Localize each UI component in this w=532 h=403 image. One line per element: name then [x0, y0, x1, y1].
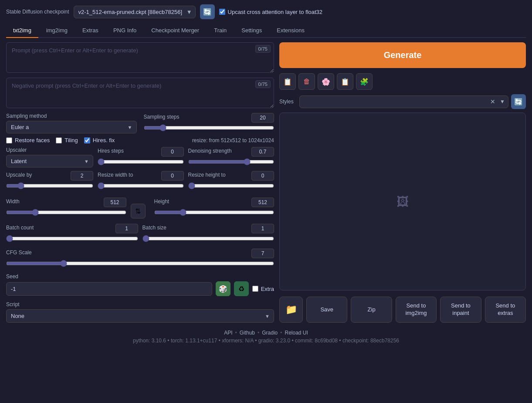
- batch-size-input[interactable]: [251, 224, 274, 233]
- sampling-method-label: Sampling method: [6, 113, 137, 119]
- seed-input[interactable]: [6, 282, 212, 296]
- seed-recycle-button[interactable]: ♻: [234, 281, 249, 296]
- resize-height-slider[interactable]: [188, 182, 274, 189]
- positive-prompt-wrapper: 0/75: [6, 42, 274, 74]
- hires-steps-slider[interactable]: [98, 158, 184, 165]
- paste-icon-button[interactable]: 📋: [279, 73, 296, 90]
- extra-checkbox[interactable]: [252, 286, 258, 292]
- tab-extensions[interactable]: Extensions: [270, 24, 312, 38]
- extra-label[interactable]: Extra: [252, 286, 274, 292]
- cfg-section: CFG Scale: [6, 249, 274, 268]
- right-panel: Generate 📋 🗑 🌸 📋 🧩: [279, 42, 526, 323]
- positive-prompt-textarea[interactable]: [6, 42, 274, 73]
- restore-faces-label[interactable]: Restore faces: [6, 137, 50, 143]
- generate-button[interactable]: Generate: [279, 42, 526, 68]
- upscale-by-slider[interactable]: [6, 182, 93, 189]
- zip-button[interactable]: Zip: [351, 297, 392, 323]
- seed-dice-button[interactable]: 🎲: [216, 281, 230, 296]
- batch-size-slider[interactable]: [142, 235, 274, 242]
- tab-train[interactable]: Train: [207, 24, 234, 38]
- styles-extra-button[interactable]: 🔄: [511, 94, 526, 109]
- swap-dimensions-button[interactable]: ⇅: [131, 204, 146, 219]
- sampling-method-select[interactable]: Euler a: [6, 121, 137, 133]
- styles-extra-icon: 🔄: [514, 98, 523, 106]
- footer-github-link[interactable]: Github: [240, 330, 255, 336]
- app-container: Stable Diffusion checkpoint v2-1_512-ema…: [0, 0, 532, 403]
- tab-png-info[interactable]: PNG Info: [106, 24, 143, 38]
- dice-icon: 🎲: [219, 285, 227, 293]
- height-slider[interactable]: [154, 209, 274, 216]
- hires-steps-input[interactable]: [161, 147, 184, 157]
- save-button[interactable]: Save: [306, 297, 347, 323]
- footer-links: API • Github • Gradio • Reload UI: [6, 330, 526, 336]
- height-input[interactable]: [251, 198, 274, 207]
- sampling-steps-input[interactable]: [251, 113, 274, 123]
- refresh-icon: 🔄: [203, 8, 212, 16]
- restore-faces-checkbox[interactable]: [6, 137, 12, 143]
- upscaler-select[interactable]: Latent: [6, 155, 93, 167]
- trash-icon-button[interactable]: 🗑: [298, 73, 315, 90]
- resize-height-input[interactable]: [251, 171, 274, 181]
- batch-count-slider[interactable]: [6, 235, 138, 242]
- footer-gradio-link[interactable]: Gradio: [262, 330, 278, 336]
- layers-icon: 🧩: [360, 78, 369, 86]
- tabs-bar: txt2img img2img Extras PNG Info Checkpoi…: [6, 24, 526, 38]
- seed-row: 🎲 ♻ Extra: [6, 281, 274, 296]
- tab-txt2img[interactable]: txt2img: [6, 24, 38, 38]
- hires-fix-checkbox[interactable]: [84, 137, 90, 143]
- folder-icon: 📁: [285, 304, 297, 315]
- flower-icon-button[interactable]: 🌸: [318, 73, 334, 90]
- tab-extras[interactable]: Extras: [75, 24, 105, 38]
- upcast-checkbox-label[interactable]: Upcast cross attention layer to float32: [219, 9, 323, 15]
- script-select[interactable]: None: [6, 309, 274, 323]
- negative-prompt-wrapper: 0/75: [6, 78, 274, 109]
- send-img2img-button[interactable]: Send to img2img: [396, 297, 437, 323]
- hires-fix-label[interactable]: Hires. fix: [84, 137, 115, 143]
- denoising-slider[interactable]: [188, 158, 274, 165]
- width-slider[interactable]: [6, 209, 126, 216]
- batch-size-label: Batch size: [142, 225, 166, 231]
- tiling-checkbox[interactable]: [56, 137, 62, 143]
- sampling-section: Sampling method Euler a ▼ Sampling steps: [6, 113, 274, 133]
- upscale-by-input[interactable]: [71, 171, 93, 181]
- checkpoint-select[interactable]: v2-1_512-ema-pruned.ckpt [88ecb78256]: [74, 6, 196, 18]
- tiling-label[interactable]: Tiling: [56, 137, 78, 143]
- checkpoint-refresh-button[interactable]: 🔄: [200, 4, 215, 19]
- main-layout: 0/75 0/75 Sampling method Euler a ▼: [6, 42, 526, 323]
- footer-api-link[interactable]: API: [224, 330, 232, 336]
- sampling-steps-slider[interactable]: [144, 124, 274, 131]
- footer-reload-link[interactable]: Reload UI: [285, 330, 308, 336]
- styles-clear-button[interactable]: ✕: [490, 98, 495, 105]
- open-folder-button[interactable]: 📁: [279, 297, 303, 323]
- upcast-checkbox-input[interactable]: [219, 9, 225, 15]
- send-extras-button[interactable]: Send to extras: [485, 297, 526, 323]
- resize-width-input[interactable]: [161, 171, 184, 181]
- resize-width-slider[interactable]: [98, 182, 184, 189]
- denoising-label: Denoising strength: [188, 148, 232, 154]
- send-inpaint-button[interactable]: Send to inpaint: [440, 297, 481, 323]
- batch-section: Batch count Batch size: [6, 224, 274, 243]
- trash-icon: 🗑: [303, 78, 310, 85]
- tab-settings[interactable]: Settings: [234, 24, 269, 38]
- hires-steps-label: Hires steps: [98, 148, 124, 154]
- image-preview: 🖼: [279, 113, 526, 290]
- checkpoint-label: Stable Diffusion checkpoint: [6, 9, 69, 15]
- layers-icon-button[interactable]: 🧩: [356, 73, 373, 90]
- script-section: Script None ▼: [6, 301, 274, 323]
- clipboard-icon-button[interactable]: 📋: [337, 73, 353, 90]
- tab-checkpoint-merger[interactable]: Checkpoint Merger: [144, 24, 206, 38]
- hires-fix-text: Hires. fix: [93, 137, 115, 143]
- styles-arrow-button[interactable]: ▼: [500, 99, 505, 105]
- controls-row: Restore faces Tiling Hires. fix resize: …: [6, 137, 274, 143]
- negative-prompt-textarea[interactable]: [6, 78, 274, 108]
- batch-size-col: Batch size: [142, 224, 274, 243]
- styles-input[interactable]: [299, 96, 508, 108]
- batch-count-input[interactable]: [115, 224, 138, 233]
- sampling-method-col: Sampling method Euler a ▼: [6, 113, 137, 133]
- cfg-input[interactable]: [251, 249, 274, 258]
- bottom-actions: 📁 Save Zip Send to img2img Send to inpai…: [279, 297, 526, 323]
- width-input[interactable]: [104, 198, 126, 207]
- cfg-slider[interactable]: [6, 260, 274, 267]
- tab-img2img[interactable]: img2img: [39, 24, 75, 38]
- denoising-input[interactable]: [251, 147, 274, 157]
